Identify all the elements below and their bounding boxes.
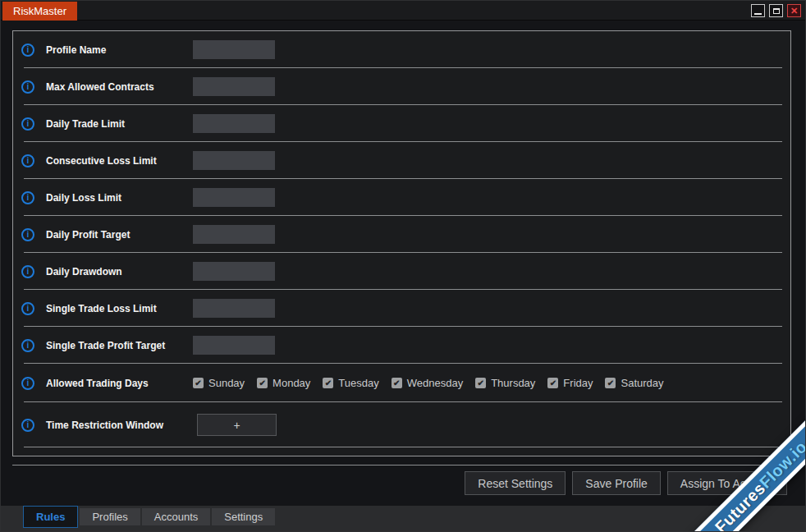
daily-drawdown-row: i Daily Drawdown xyxy=(13,253,790,290)
single-trade-loss-limit-input[interactable] xyxy=(193,299,275,318)
checkbox-sunday[interactable]: ✔ xyxy=(193,378,204,388)
tab-rules[interactable]: Rules xyxy=(23,506,78,528)
info-icon[interactable]: i xyxy=(21,117,34,131)
single-trade-profit-target-input[interactable] xyxy=(193,336,275,355)
info-icon[interactable]: i xyxy=(21,154,34,167)
day-thursday: ✔ Thursday xyxy=(475,377,535,389)
info-icon[interactable]: i xyxy=(21,44,34,57)
save-profile-button[interactable]: Save Profile xyxy=(572,471,660,495)
allowed-trading-days-row: i Allowed Trading Days ✔ Sunday ✔ Monday… xyxy=(13,364,790,402)
day-label: Sunday xyxy=(208,377,245,389)
consecutive-loss-limit-row: i Consecutive Loss Limit xyxy=(13,142,790,179)
maximize-button[interactable] xyxy=(769,4,783,17)
rules-panel: i Profile Name i Max Allowed Contracts i… xyxy=(12,30,791,456)
minimize-button[interactable] xyxy=(751,4,765,17)
field-label: Daily Drawdown xyxy=(46,266,193,277)
info-icon[interactable]: i xyxy=(21,419,34,432)
field-label: Daily Profit Target xyxy=(46,229,193,241)
checkbox-monday[interactable]: ✔ xyxy=(257,378,268,388)
field-label: Profile Name xyxy=(46,44,193,56)
day-friday: ✔ Friday xyxy=(547,377,593,389)
add-time-restriction-button[interactable]: + xyxy=(197,414,277,436)
daily-drawdown-input[interactable] xyxy=(193,262,275,281)
field-label: Max Allowed Contracts xyxy=(46,81,193,93)
daily-profit-target-row: i Daily Profit Target xyxy=(13,216,790,253)
max-allowed-contracts-input[interactable] xyxy=(193,77,275,96)
close-button[interactable]: ✕ xyxy=(787,4,801,17)
day-label: Tuesday xyxy=(338,377,378,389)
info-icon[interactable]: i xyxy=(21,228,34,241)
field-label: Single Trade Loss Limit xyxy=(46,303,193,314)
field-label: Consecutive Loss Limit xyxy=(46,155,193,167)
profile-name-input[interactable] xyxy=(193,40,275,59)
tab-profiles[interactable]: Profiles xyxy=(80,508,140,525)
daily-profit-target-input[interactable] xyxy=(193,225,275,244)
day-tuesday: ✔ Tuesday xyxy=(323,377,378,389)
time-restriction-row: i Time Restriction Window + xyxy=(13,402,790,447)
checkbox-wednesday[interactable]: ✔ xyxy=(392,378,402,388)
field-label: Single Trade Profit Target xyxy=(46,340,193,351)
minimize-icon xyxy=(754,13,762,15)
window-controls: ✕ xyxy=(751,4,801,17)
day-sunday: ✔ Sunday xyxy=(193,377,245,389)
day-saturday: ✔ Saturday xyxy=(605,377,663,389)
maximize-icon xyxy=(773,8,780,14)
field-label: Allowed Trading Days xyxy=(46,378,193,389)
info-icon[interactable]: i xyxy=(21,80,34,94)
tab-settings[interactable]: Settings xyxy=(212,508,275,525)
tab-accounts[interactable]: Accounts xyxy=(142,508,210,525)
reset-settings-button[interactable]: Reset Settings xyxy=(465,471,566,495)
day-wednesday: ✔ Wednesday xyxy=(392,377,463,389)
daily-trade-limit-input[interactable] xyxy=(193,114,275,133)
consecutive-loss-limit-input[interactable] xyxy=(193,151,275,170)
single-trade-loss-limit-row: i Single Trade Loss Limit xyxy=(13,290,790,327)
day-label: Monday xyxy=(272,377,310,389)
field-label: Daily Loss Limit xyxy=(46,192,193,204)
max-allowed-contracts-row: i Max Allowed Contracts xyxy=(13,68,790,105)
trading-days-group: ✔ Sunday ✔ Monday ✔ Tuesday ✔ Wednesday … xyxy=(193,377,664,389)
info-icon[interactable]: i xyxy=(21,191,34,204)
checkbox-tuesday[interactable]: ✔ xyxy=(323,378,333,388)
field-label: Time Restriction Window xyxy=(46,420,193,431)
daily-trade-limit-row: i Daily Trade Limit xyxy=(13,105,790,142)
bottom-divider xyxy=(12,465,794,466)
bottom-tab-bar: Rules Profiles Accounts Settings xyxy=(1,506,805,531)
riskmaster-window: RiskMaster ✕ i Profile Name i Max Allowe… xyxy=(0,0,806,532)
single-trade-profit-target-row: i Single Trade Profit Target xyxy=(13,327,790,364)
field-label: Daily Trade Limit xyxy=(46,118,193,130)
day-label: Saturday xyxy=(621,377,663,389)
checkbox-friday[interactable]: ✔ xyxy=(547,378,558,388)
info-icon[interactable]: i xyxy=(21,302,34,315)
daily-loss-limit-row: i Daily Loss Limit xyxy=(13,179,790,216)
app-title: RiskMaster xyxy=(2,2,77,21)
day-label: Thursday xyxy=(491,377,535,389)
day-label: Wednesday xyxy=(407,377,463,389)
title-bar: RiskMaster ✕ xyxy=(1,1,805,21)
info-icon[interactable]: i xyxy=(21,265,34,278)
daily-loss-limit-input[interactable] xyxy=(193,188,275,207)
day-monday: ✔ Monday xyxy=(257,377,310,389)
checkbox-thursday[interactable]: ✔ xyxy=(475,378,486,388)
profile-name-row: i Profile Name xyxy=(13,31,790,68)
info-icon[interactable]: i xyxy=(21,377,34,390)
info-icon[interactable]: i xyxy=(21,339,34,352)
checkbox-saturday[interactable]: ✔ xyxy=(605,378,616,388)
day-label: Friday xyxy=(563,377,593,389)
